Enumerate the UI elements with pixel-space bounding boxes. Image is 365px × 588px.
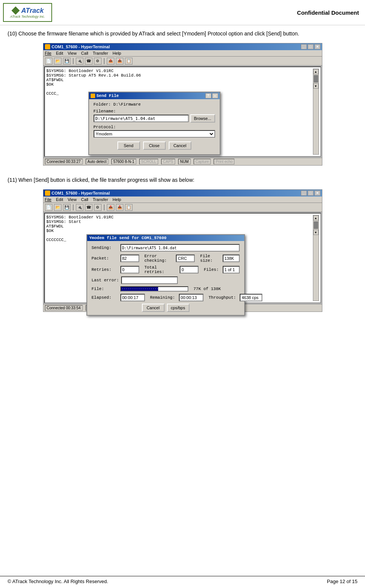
toolbar-extra-1[interactable]: 📋 <box>125 58 132 64</box>
page-content: (10) Choose the firmware filename which … <box>0 25 365 320</box>
dialog-body-1: Folder: D:\Firmware Filename: Browse... … <box>89 99 220 154</box>
menu-call-1[interactable]: Call <box>81 51 88 55</box>
ymodem-totalretries-label: Total retries: <box>145 265 176 274</box>
scroll-up-2[interactable]: ▲ <box>313 215 319 221</box>
status-capture-1: Capture <box>194 159 211 164</box>
terminal-scrollbar-1[interactable]: ▲ ▼ <box>313 69 319 155</box>
ymodem-throughput-input <box>240 294 262 301</box>
toolbar-disconnect-1[interactable]: ☎ <box>85 58 92 64</box>
terminal-scrollbar-2[interactable]: ▲ ▼ <box>313 215 319 301</box>
ymodem-packet-row: Packet: Error checking: File size: <box>92 254 240 263</box>
toolbar-recv-1[interactable]: 📥 <box>116 58 123 64</box>
win-statusbar-1: Connected 00:33:27 Auto detect 57600 8-N… <box>43 158 322 165</box>
dialog-send-button[interactable]: Send <box>117 141 140 150</box>
toolbar-new-1[interactable]: 📄 <box>45 58 52 64</box>
dialog-close-btn-1[interactable]: ✕ <box>212 93 218 98</box>
ymodem-body: Sending: Packet: Error checking: File si… <box>87 241 244 315</box>
win-controls-2[interactable]: _ □ ✕ <box>301 190 320 196</box>
footer-page: Page 12 of 15 <box>327 579 357 584</box>
dialog-help-btn[interactable]: ? <box>205 93 211 98</box>
dialog-close-button[interactable]: Close <box>143 141 166 150</box>
dialog-cancel-button[interactable]: Cancel <box>169 141 191 150</box>
toolbar-send-2[interactable]: 📤 <box>107 204 114 211</box>
minimize-button-2[interactable]: _ <box>301 190 307 196</box>
close-button-1[interactable]: ✕ <box>314 44 320 49</box>
ymodem-lasterror-input <box>121 276 178 284</box>
ymodem-file-label: File: <box>92 287 118 291</box>
dialog-title-1: Send File <box>97 94 119 98</box>
toolbar-sep-3 <box>73 204 74 210</box>
ymodem-title: Ymodem file send for COM1_57600 <box>89 236 167 240</box>
toolbar-new-2[interactable]: 📄 <box>45 204 52 211</box>
ymodem-remaining-input <box>179 294 203 301</box>
ymodem-sending-input <box>120 244 240 252</box>
dialog-filename-input[interactable] <box>94 115 189 122</box>
toolbar-save-1[interactable]: 💾 <box>63 58 71 64</box>
dialog-protocol-row: Protocol: Ymodem <box>94 125 215 138</box>
close-button-2[interactable]: ✕ <box>314 190 320 196</box>
menu-call-2[interactable]: Call <box>81 197 88 202</box>
maximize-button-2[interactable]: □ <box>308 190 314 196</box>
toolbar-save-2[interactable]: 💾 <box>63 204 71 211</box>
scroll-thumb-1[interactable] <box>314 75 318 83</box>
status-baud-1: 57600 8-N-1 <box>111 159 136 164</box>
toolbar-open-1[interactable]: 📂 <box>54 58 62 64</box>
page-header: ATrack ATrack Technology Inc. Confidenti… <box>0 0 365 25</box>
ymodem-cancel-button[interactable]: Cancel <box>142 304 165 312</box>
menu-transfer-2[interactable]: Transfer <box>93 197 108 202</box>
logo-subtitle: ATrack Technology Inc. <box>10 15 45 18</box>
confidential-label: Confidential Document <box>297 9 359 16</box>
logo-diamond-icon <box>11 6 20 15</box>
toolbar-send-1[interactable]: 📤 <box>107 58 114 64</box>
toolbar-open-2[interactable]: 📂 <box>54 204 62 211</box>
toolbar-connect-2[interactable]: 🔌 <box>76 204 83 211</box>
dialog-protocol-select[interactable]: Ymodem <box>94 130 215 138</box>
dialog-titlebar-1: Send File ? ✕ <box>89 92 220 99</box>
scroll-up-1[interactable]: ▲ <box>313 69 319 74</box>
minimize-button-1[interactable]: _ <box>301 44 307 49</box>
ymodem-packet-label: Packet: <box>92 256 118 261</box>
maximize-button-1[interactable]: □ <box>308 44 314 49</box>
win-title-2: COM1_57600 - HyperTerminal <box>52 191 110 195</box>
ymodem-lasterror-label: Last error: <box>92 278 119 282</box>
dialog-browse-button[interactable]: Browse... <box>190 114 215 123</box>
toolbar-prop-2[interactable]: ⚙ <box>94 204 102 211</box>
toolbar-prop-1[interactable]: ⚙ <box>94 58 102 64</box>
ymodem-elapsed-input <box>120 294 145 301</box>
menu-file-2[interactable]: File <box>45 197 52 202</box>
menu-transfer-1[interactable]: Transfer <box>93 51 108 55</box>
toolbar-disconnect-2[interactable]: ☎ <box>85 204 92 211</box>
status-auto-detect-1: Auto detect <box>86 159 109 164</box>
ymodem-cpsbps-button[interactable]: cps/bps <box>167 304 189 312</box>
win-title-1: COM1_57600 - HyperTerminal <box>52 45 110 49</box>
toolbar-recv-2[interactable]: 📥 <box>116 204 123 211</box>
toolbar-connect-1[interactable]: 🔌 <box>76 58 83 64</box>
win-titlebar-2: COM1_57600 - HyperTerminal _ □ ✕ <box>43 190 322 197</box>
menu-file-1[interactable]: File <box>45 51 52 55</box>
ymodem-error-label: Error checking: <box>145 254 172 263</box>
ymodem-files-input <box>223 266 240 273</box>
scroll-down-2[interactable]: ▼ <box>313 230 319 235</box>
ymodem-progress-bar: ··················· <box>120 286 188 292</box>
menu-help-2[interactable]: Help <box>112 197 121 202</box>
dialog-buttons-1: Send Close Cancel <box>94 141 215 151</box>
win-toolbar-2: 📄 📂 💾 🔌 ☎ ⚙ 📤 📥 📋 <box>43 203 322 212</box>
scroll-thumb-2[interactable] <box>314 221 318 229</box>
paragraph-1: (10) Choose the firmware filename which … <box>8 30 357 38</box>
menu-view-1[interactable]: View <box>68 51 77 55</box>
page-footer: © ATrack Technology Inc. All Rights Rese… <box>0 576 365 584</box>
scroll-down-1[interactable]: ▼ <box>313 83 319 89</box>
menu-view-2[interactable]: View <box>68 197 77 202</box>
win-controls-1[interactable]: _ □ ✕ <box>301 44 320 49</box>
ymodem-filesize-label: File size: <box>200 254 219 263</box>
menu-edit-2[interactable]: Edit <box>56 197 63 202</box>
ymodem-retries-input <box>120 266 139 273</box>
menu-edit-1[interactable]: Edit <box>56 51 63 55</box>
toolbar-extra-2[interactable]: 📋 <box>125 204 132 211</box>
terminal-area-2: $SYSMSG: Bootloader V1.01RC $SYSMSG: Sta… <box>44 213 321 303</box>
menu-help-1[interactable]: Help <box>112 51 121 55</box>
ymodem-files-label: Files: <box>204 267 219 272</box>
ymodem-throughput-label: Throughput: <box>209 295 236 300</box>
win-titlebar-1: COM1_57600 - HyperTerminal _ □ ✕ <box>43 43 322 50</box>
status-connected-1: Connected 00:33:27 <box>45 159 83 164</box>
